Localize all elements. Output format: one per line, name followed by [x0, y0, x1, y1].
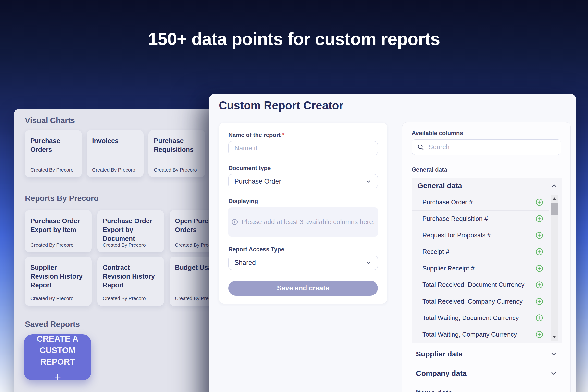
column-list: Purchase Order # Purchase Requisition # …: [412, 194, 549, 343]
card-subtitle: Created By Precoro: [30, 296, 74, 301]
plus-icon: +: [54, 372, 61, 382]
add-column-icon[interactable]: [536, 264, 543, 272]
add-column-icon[interactable]: [536, 314, 543, 322]
saved-reports-heading: Saved Reports: [25, 320, 80, 329]
report-card-contract-revision-history[interactable]: Contract Revision History Report Created…: [97, 257, 164, 306]
section-title: Items data: [416, 388, 452, 392]
save-and-create-button[interactable]: Save and create: [228, 280, 378, 296]
modal-title: Custom Report Creator: [219, 99, 344, 112]
name-label-text: Name of the report: [228, 132, 280, 138]
chart-card-purchase-requisitions[interactable]: Purchase Requisitions Created By Precoro: [148, 130, 205, 177]
report-card-supplier-revision-history[interactable]: Supplier Revision History Report Created…: [25, 257, 92, 306]
add-column-icon[interactable]: [536, 281, 543, 288]
chevron-up-icon: [551, 182, 558, 189]
column-name: Total Waiting, Document Currency: [422, 314, 519, 322]
list-item[interactable]: Total Received, Company Currency: [412, 293, 549, 310]
custom-report-creator-modal: Custom Report Creator Name of the report…: [209, 94, 576, 392]
page: 150+ data points for custom reports Visu…: [0, 0, 588, 392]
column-name: Total Waiting, Company Currency: [422, 331, 517, 338]
scrollbar[interactable]: [551, 195, 558, 340]
add-column-icon[interactable]: [536, 215, 543, 222]
card-subtitle: Created By Precoro: [103, 296, 146, 301]
report-name-input[interactable]: [228, 141, 378, 155]
search-field: [412, 140, 561, 155]
general-data-section-header[interactable]: General data: [412, 178, 562, 194]
info-icon: [231, 218, 238, 226]
general-data-group-label: General data: [412, 166, 561, 173]
document-type-label: Document type: [228, 165, 378, 172]
card-subtitle: Created By Precoro: [30, 167, 74, 173]
card-title: Purchase Requisitions: [154, 136, 200, 154]
items-data-section[interactable]: Items data: [412, 383, 561, 392]
scroll-up-arrow-icon[interactable]: [553, 198, 556, 200]
columns-search-input[interactable]: [412, 140, 561, 155]
column-name: Receipt #: [422, 248, 449, 256]
card-title: Invoices: [92, 136, 138, 145]
search-icon: [417, 144, 424, 151]
supplier-data-section[interactable]: Supplier data: [412, 344, 561, 364]
column-name: Purchase Requisition #: [422, 215, 488, 222]
create-button-label-line2: CUSTOM REPORT: [24, 344, 91, 368]
list-item[interactable]: Total Waiting, Company Currency: [412, 326, 549, 343]
report-access-type-select[interactable]: Shared: [228, 256, 378, 270]
displaying-hint: Please add at least 3 available columns …: [242, 218, 374, 226]
add-column-icon[interactable]: [536, 298, 543, 305]
list-item[interactable]: Purchase Requisition #: [412, 211, 549, 227]
visual-charts-row: Purchase Orders Created By Precoro Invoi…: [25, 130, 205, 177]
reports-by-precoro-heading: Reports By Precoro: [25, 194, 99, 203]
chart-card-invoices[interactable]: Invoices Created By Precoro: [87, 130, 144, 177]
page-title: 150+ data points for custom reports: [0, 29, 588, 49]
report-access-type-label: Report Access Type: [228, 246, 378, 253]
report-card-po-export-by-item[interactable]: Purchase Order Export by Item Created By…: [25, 210, 92, 252]
chevron-down-icon: [365, 260, 372, 266]
document-type-value: Purchase Order: [234, 178, 281, 185]
section-title: Supplier data: [416, 350, 462, 358]
general-data-section: General data Purchase Order # Purchase: [412, 178, 562, 343]
list-item[interactable]: Purchase Order #: [412, 194, 549, 211]
displaying-label: Displaying: [228, 198, 378, 204]
chart-card-purchase-orders[interactable]: Purchase Orders Created By Precoro: [25, 130, 82, 177]
chevron-down-icon: [550, 389, 557, 392]
column-name: Total Received, Company Currency: [422, 298, 522, 305]
scrollbar-thumb[interactable]: [551, 203, 558, 214]
card-title: Purchase Order Export by Item: [30, 216, 86, 234]
report-access-type-value: Shared: [234, 259, 256, 266]
available-columns-panel: Available columns General data General d…: [402, 122, 570, 392]
create-custom-report-button[interactable]: CREATE A CUSTOM REPORT +: [24, 334, 91, 380]
list-item[interactable]: Supplier Receipt #: [412, 260, 549, 277]
list-item[interactable]: Total Received, Document Currency: [412, 277, 549, 294]
visual-charts-heading: Visual Charts: [25, 116, 75, 125]
add-column-icon[interactable]: [536, 198, 543, 206]
list-item[interactable]: Receipt #: [412, 244, 549, 260]
available-columns-label: Available columns: [412, 130, 561, 136]
document-type-select[interactable]: Purchase Order: [228, 174, 378, 188]
company-data-section[interactable]: Company data: [412, 364, 561, 383]
list-item[interactable]: Request for Proposals #: [412, 227, 549, 244]
list-item[interactable]: Total Waiting, Document Currency: [412, 310, 549, 326]
required-asterisk: *: [282, 132, 284, 138]
reports-row-2: Supplier Revision History Report Created…: [25, 257, 236, 306]
section-title: Company data: [416, 369, 467, 378]
divider: [417, 194, 559, 194]
card-title: Contract Revision History Report: [103, 263, 158, 290]
report-card-po-export-by-document[interactable]: Purchase Order Export by Document Create…: [97, 210, 164, 252]
column-name: Total Received, Document Currency: [422, 281, 524, 288]
displaying-dropzone[interactable]: Please add at least 3 available columns …: [228, 207, 378, 237]
add-column-icon[interactable]: [536, 232, 543, 239]
card-title: Purchase Orders: [30, 136, 76, 154]
card-subtitle: Created By Precoro: [103, 242, 146, 248]
card-subtitle: Created By Precoro: [92, 167, 135, 173]
chevron-down-icon: [365, 178, 372, 184]
column-name: Supplier Receipt #: [422, 264, 474, 272]
card-title: Supplier Revision History Report: [30, 263, 86, 290]
scroll-down-arrow-icon[interactable]: [553, 336, 556, 338]
add-column-icon[interactable]: [536, 331, 543, 338]
column-name: Purchase Order #: [422, 198, 472, 206]
name-label: Name of the report *: [228, 132, 378, 138]
chevron-down-icon: [550, 370, 557, 377]
add-column-icon[interactable]: [536, 248, 543, 256]
card-title: Purchase Order Export by Document: [103, 216, 158, 243]
report-form: Name of the report * Document type Purch…: [219, 122, 387, 304]
section-title: General data: [418, 182, 462, 190]
create-button-label-line1: CREATE A: [37, 333, 78, 344]
